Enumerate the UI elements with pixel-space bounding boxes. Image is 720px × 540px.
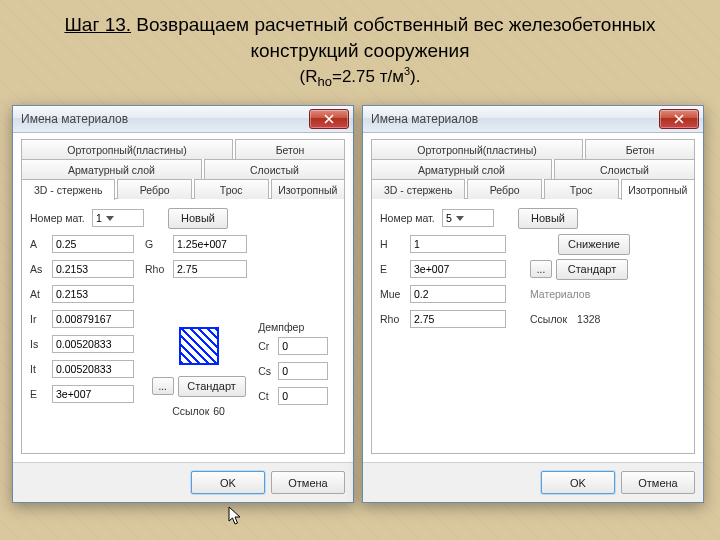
standard-button[interactable]: Стандарт <box>556 259 628 280</box>
tab-sloisty[interactable]: Слоистый <box>554 159 695 179</box>
tab-beton[interactable]: Бетон <box>585 139 695 159</box>
input-At[interactable] <box>52 285 134 303</box>
input-G[interactable] <box>173 235 247 253</box>
tab-ortho[interactable]: Ортотропный(пластины) <box>21 139 233 159</box>
tab-izotrop[interactable]: Изотропный <box>621 179 696 200</box>
close-button[interactable] <box>309 109 349 129</box>
standard-button[interactable]: Стандарт <box>178 376 246 397</box>
input-Ct[interactable] <box>278 387 328 405</box>
tab-panel-3d-rod: Номер мат. 1 Новый A As At Ir Is It E <box>21 198 345 454</box>
input-As[interactable] <box>52 260 134 278</box>
dots-button[interactable]: ... <box>152 377 174 395</box>
dialog-materials-left: Имена материалов Ортотропный(пластины) Б… <box>12 105 354 503</box>
input-Rho-right[interactable] <box>410 310 506 328</box>
close-button[interactable] <box>659 109 699 129</box>
materials-grey-label: Материалов <box>530 288 590 300</box>
step-number: Шаг 13. <box>64 14 131 35</box>
cancel-button[interactable]: Отмена <box>621 471 695 494</box>
ok-button[interactable]: OK <box>191 471 265 494</box>
mat-num-select[interactable]: 5 <box>442 209 494 227</box>
ok-button[interactable]: OK <box>541 471 615 494</box>
dots-button[interactable]: ... <box>530 260 552 278</box>
input-Ir[interactable] <box>52 310 134 328</box>
tab-tros[interactable]: Трос <box>194 179 269 199</box>
reduce-button[interactable]: Снижение <box>558 234 630 255</box>
window-title: Имена материалов <box>21 112 309 126</box>
titlebar[interactable]: Имена материалов <box>13 106 353 133</box>
col-b: G Rho ... Стандарт Ссылок 60 <box>145 233 252 425</box>
input-Mue[interactable] <box>410 285 506 303</box>
close-icon <box>324 114 334 124</box>
titlebar[interactable]: Имена материалов <box>363 106 703 133</box>
new-button[interactable]: Новый <box>518 208 578 229</box>
tab-izotrop[interactable]: Изотропный <box>271 179 346 199</box>
mat-num-label: Номер мат. <box>380 212 442 224</box>
links-value: 1328 <box>577 313 600 325</box>
dialog-materials-right: Имена материалов Ортотропный(пластины) Б… <box>362 105 704 503</box>
tab-3d-rod[interactable]: 3D - стержень <box>371 179 465 199</box>
hatch-pattern-icon[interactable] <box>179 327 219 365</box>
input-E-right[interactable] <box>410 260 506 278</box>
input-A[interactable] <box>52 235 134 253</box>
links-value: 60 <box>213 405 225 417</box>
links-label: Ссылок <box>530 313 567 325</box>
damper-label: Демпфер <box>258 321 336 333</box>
links-label: Ссылок <box>172 405 209 417</box>
tab-rebro[interactable]: Ребро <box>467 179 542 199</box>
tab-beton[interactable]: Бетон <box>235 139 345 159</box>
input-Cs[interactable] <box>278 362 328 380</box>
col-damper: Демпфер Cr Cs Ct <box>258 233 336 425</box>
formula: (Rho=2.75 т/м3). <box>300 67 421 86</box>
input-Rho-left[interactable] <box>173 260 247 278</box>
input-It[interactable] <box>52 360 134 378</box>
tab-ortho[interactable]: Ортотропный(пластины) <box>371 139 583 159</box>
input-Is[interactable] <box>52 335 134 353</box>
new-button[interactable]: Новый <box>168 208 228 229</box>
tab-sloisty[interactable]: Слоистый <box>204 159 345 179</box>
col-buttons: Снижение ... Стандарт Материалов Ссылок … <box>530 233 680 333</box>
col-a: A As At Ir Is It E <box>30 233 139 425</box>
mat-num-label: Номер мат. <box>30 212 92 224</box>
step-caption: Шаг 13. Возвращаем расчетный собственный… <box>0 0 720 105</box>
tab-armatur[interactable]: Арматурный слой <box>21 159 202 179</box>
input-H[interactable] <box>410 235 506 253</box>
input-Cr[interactable] <box>278 337 328 355</box>
col-fields: H E Mue Rho <box>380 233 520 333</box>
tab-panel-izotrop: Номер мат. 5 Новый H E Mue Rho <box>371 198 695 454</box>
mat-num-select[interactable]: 1 <box>92 209 144 227</box>
tab-3d-rod[interactable]: 3D - стержень <box>21 179 115 200</box>
tab-rebro[interactable]: Ребро <box>117 179 192 199</box>
cancel-button[interactable]: Отмена <box>271 471 345 494</box>
tab-tros[interactable]: Трос <box>544 179 619 199</box>
close-icon <box>674 114 684 124</box>
input-E[interactable] <box>52 385 134 403</box>
window-title: Имена материалов <box>371 112 659 126</box>
tab-armatur[interactable]: Арматурный слой <box>371 159 552 179</box>
cursor-icon <box>228 506 244 528</box>
